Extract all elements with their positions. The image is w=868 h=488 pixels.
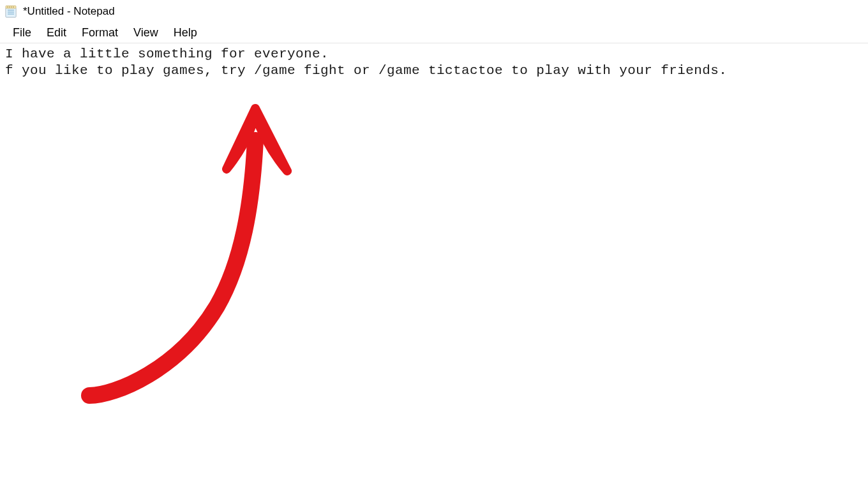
notepad-app-icon	[4, 4, 18, 18]
menu-format[interactable]: Format	[74, 24, 126, 42]
menu-bar: File Edit Format View Help	[0, 23, 868, 43]
svg-point-3	[7, 6, 8, 8]
menu-help[interactable]: Help	[166, 24, 205, 42]
menu-view[interactable]: View	[126, 24, 166, 42]
annotation-arrow-icon	[77, 96, 306, 417]
svg-point-5	[11, 6, 12, 8]
svg-point-6	[13, 6, 14, 8]
svg-point-4	[9, 6, 10, 8]
menu-edit[interactable]: Edit	[39, 24, 74, 42]
menu-file[interactable]: File	[5, 24, 39, 42]
editor-line-2: f you like to play games, try /game figh…	[5, 63, 727, 78]
editor-area[interactable]: I have a little something for everyone. …	[0, 43, 868, 84]
editor-line-1: I have a little something for everyone.	[5, 47, 329, 61]
window-title: *Untitled - Notepad	[23, 5, 115, 18]
window-title-bar: *Untitled - Notepad	[0, 0, 868, 23]
